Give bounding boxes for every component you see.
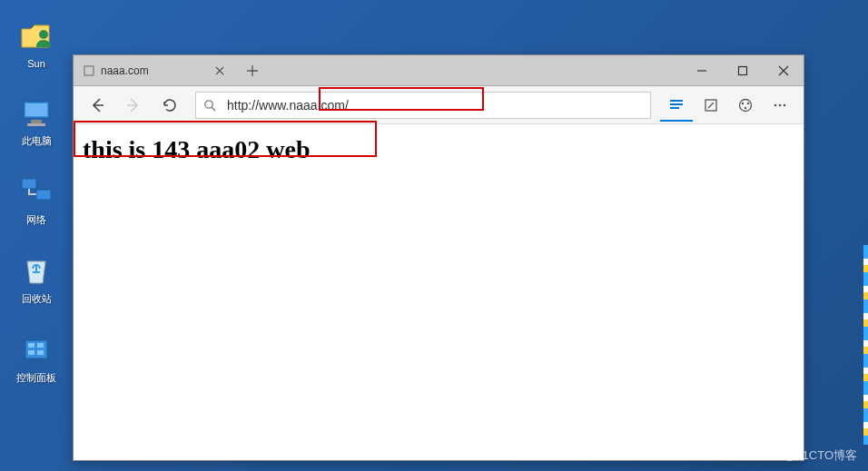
svg-rect-13 — [738, 66, 746, 74]
toolbar-right-tools — [660, 89, 796, 122]
page-heading: this is 143 aaa02 web — [83, 135, 794, 164]
reading-list-button[interactable] — [660, 89, 693, 122]
new-tab-button[interactable] — [237, 55, 268, 85]
desktop-icon-label: 此电脑 — [22, 134, 52, 148]
arrow-right-icon — [124, 96, 143, 114]
desktop-icon-label: Sun — [27, 58, 45, 69]
tab-title: naaa.com — [101, 64, 149, 77]
page-icon — [83, 64, 95, 77]
svg-rect-11 — [37, 350, 44, 355]
close-icon — [215, 66, 224, 75]
pc-icon — [18, 94, 54, 131]
svg-point-22 — [784, 103, 786, 106]
svg-point-21 — [779, 103, 782, 106]
notes-button[interactable] — [695, 89, 727, 122]
svg-point-16 — [740, 99, 752, 111]
folder-user-icon — [18, 18, 54, 54]
svg-rect-8 — [28, 343, 35, 348]
share-button[interactable] — [729, 89, 762, 122]
refresh-icon — [162, 97, 178, 113]
desktop-icon-label: 网络 — [26, 213, 46, 227]
search-icon — [196, 99, 223, 112]
svg-point-18 — [747, 102, 749, 103]
desktop: Sun 此电脑 网络 — [0, 0, 868, 471]
forward-button[interactable] — [117, 89, 150, 122]
svg-point-19 — [745, 106, 746, 108]
toolbar — [74, 86, 804, 124]
desktop-icon-label: 回收站 — [22, 292, 52, 306]
share-icon — [737, 97, 754, 113]
browser-tab[interactable]: naaa.com — [74, 55, 237, 85]
accent-bar — [863, 245, 868, 445]
close-icon — [778, 65, 789, 76]
window-controls — [681, 55, 804, 85]
network-icon — [18, 173, 54, 210]
recycle-bin-icon — [18, 252, 54, 289]
browser-window: naaa.com — [73, 54, 804, 461]
minimize-button[interactable] — [681, 55, 722, 85]
desktop-icons-column: Sun 此电脑 网络 — [9, 18, 64, 410]
desktop-icon-this-pc[interactable]: 此电脑 — [9, 94, 64, 148]
svg-rect-5 — [22, 179, 36, 189]
svg-point-17 — [742, 102, 744, 103]
desktop-icon-recycle-bin[interactable]: 回收站 — [9, 252, 64, 306]
desktop-icon-sun[interactable]: Sun — [9, 18, 64, 69]
minimize-icon — [696, 65, 707, 76]
svg-point-14 — [205, 100, 212, 107]
watermark: @51CTO博客 — [784, 447, 857, 464]
more-icon — [772, 97, 788, 113]
more-button[interactable] — [764, 89, 796, 122]
svg-point-20 — [774, 103, 777, 106]
url-input[interactable] — [223, 98, 650, 113]
tab-close-button[interactable] — [212, 64, 228, 78]
control-panel-icon — [18, 331, 54, 368]
desktop-icon-label: 控制面板 — [16, 371, 56, 385]
titlebar: naaa.com — [74, 55, 804, 86]
svg-rect-9 — [37, 343, 44, 348]
refresh-button[interactable] — [153, 89, 186, 122]
page-content: this is 143 aaa02 web — [74, 124, 804, 460]
arrow-left-icon — [88, 96, 106, 114]
desktop-icon-network[interactable]: 网络 — [9, 173, 64, 227]
desktop-icon-control-panel[interactable]: 控制面板 — [9, 331, 64, 385]
maximize-icon — [737, 65, 748, 76]
svg-point-0 — [39, 30, 48, 39]
close-window-button[interactable] — [763, 55, 804, 85]
reading-list-icon — [668, 96, 685, 113]
svg-rect-3 — [31, 120, 42, 123]
back-button[interactable] — [81, 89, 113, 122]
svg-rect-10 — [28, 350, 35, 355]
svg-rect-12 — [84, 66, 94, 75]
svg-rect-2 — [25, 103, 47, 116]
maximize-button[interactable] — [722, 55, 763, 85]
edit-icon — [704, 98, 718, 113]
address-bar[interactable] — [195, 92, 651, 119]
plus-icon — [246, 64, 259, 77]
svg-rect-6 — [36, 190, 51, 200]
svg-rect-4 — [27, 123, 45, 126]
